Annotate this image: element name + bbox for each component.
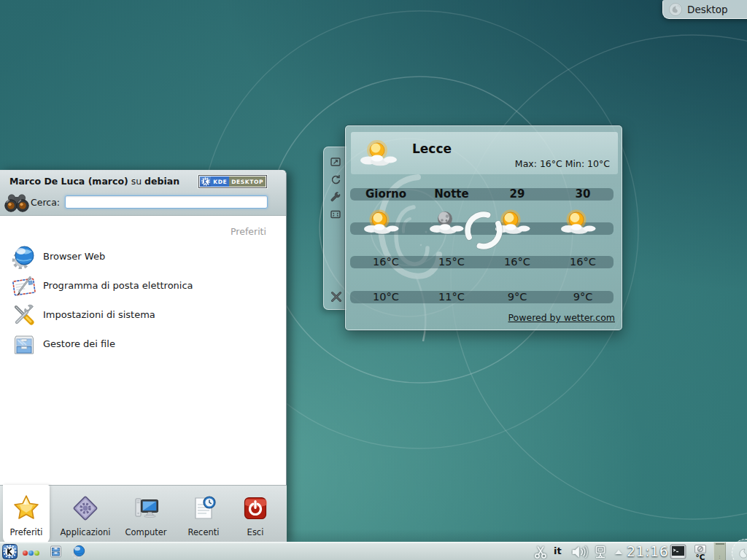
weather-night-temps-row: 10°C 11°C 9°C 9°C <box>350 291 614 303</box>
menu-item-label: Browser Web <box>43 242 105 271</box>
menu-item-label: Gestore dei file <box>43 330 115 359</box>
tab-label: Preferiti <box>3 527 50 537</box>
weather-credit-link[interactable]: Powered by wetter.com <box>508 312 616 323</box>
cashew-icon <box>735 545 747 560</box>
weather-columns-row: Giorno Notte 29 30 <box>350 188 614 201</box>
maximize-icon[interactable] <box>330 209 341 220</box>
menu-item-label: Programma di posta elettronica <box>43 271 193 300</box>
star-icon <box>12 494 40 521</box>
weather-tray-icon[interactable]: °C <box>692 545 708 560</box>
weather-header: Lecce Max: 16°C Min: 10°C <box>351 132 618 174</box>
apps-diamond-gear-icon <box>71 494 99 522</box>
tab-label: Recenti <box>174 527 233 537</box>
weather-widget: Lecce Max: 16°C Min: 10°C Giorno Notte 2… <box>345 125 622 330</box>
weather-col-label: Notte <box>419 188 484 201</box>
network-monitor-icon[interactable] <box>592 545 608 559</box>
user-name: Marco De Luca (marco) <box>9 176 128 187</box>
blue-dot-indicator[interactable] <box>28 551 34 556</box>
web-browser-globe-gear-icon <box>12 244 36 269</box>
night-temp: 9°C <box>550 291 616 303</box>
file-cabinet-icon <box>12 332 36 357</box>
document-clock-icon <box>190 494 217 522</box>
weather-col-label: 29 <box>484 188 550 201</box>
badge-desktop-label: DESKTOP <box>229 176 266 187</box>
panel-strip-widget[interactable]: : <box>713 542 726 560</box>
menu-item-file-manager[interactable]: Gestore dei file <box>0 330 286 359</box>
klipper-scissors-icon[interactable] <box>533 545 548 559</box>
terminal-konsole-icon[interactable] <box>670 544 686 559</box>
tab-computer[interactable]: Computer <box>117 486 175 543</box>
host-name: debian <box>144 176 179 187</box>
menu-item-mail[interactable]: Programma di posta elettronica <box>0 271 286 300</box>
power-button-icon <box>241 494 269 522</box>
search-input[interactable] <box>65 195 268 209</box>
tab-applicazioni[interactable]: Applicazioni <box>56 486 115 543</box>
file-cabinet-launcher-icon[interactable] <box>50 545 62 558</box>
panel-cashew-toolbox[interactable] <box>732 539 747 560</box>
tab-label: Applicazioni <box>56 527 115 537</box>
night-temp: 9°C <box>484 291 550 303</box>
kde-menu-launcher[interactable] <box>2 544 18 559</box>
weather-city: Lecce <box>412 141 452 156</box>
desktop-toolbox[interactable]: Desktop <box>662 0 747 19</box>
binoculars-search-icon <box>4 191 30 214</box>
tab-esci[interactable]: Esci <box>226 486 285 543</box>
kickoff-header: Marco De Luca (marco) su debian KDE DESK… <box>0 171 286 216</box>
mail-envelope-pen-icon <box>12 273 36 298</box>
tab-label: Esci <box>226 527 285 537</box>
day-temp: 16°C <box>353 256 419 268</box>
close-x-icon[interactable] <box>330 290 343 303</box>
weather-tray-unit-label: °C <box>692 553 708 560</box>
rotate-icon[interactable] <box>330 174 341 185</box>
badge-kde-label: KDE <box>211 176 229 187</box>
tray-expander-arrow[interactable] <box>615 550 622 554</box>
kickoff-favorites-view: Preferiti Browser Web <box>0 216 286 485</box>
panel-clock[interactable]: 21:16 <box>627 543 663 559</box>
search-label: Cerca: <box>31 197 60 208</box>
weather-day-temps-row: 16°C 15°C 16°C 16°C <box>350 256 614 268</box>
weather-tray-na-icon <box>694 545 706 553</box>
night-temp: 10°C <box>353 291 419 303</box>
kickoff-menu: Marco De Luca (marco) su debian KDE DESK… <box>0 170 287 542</box>
day-temp: 15°C <box>419 256 484 268</box>
configure-wrench-icon[interactable] <box>330 191 341 203</box>
menu-item-browser-web[interactable]: Browser Web <box>0 242 286 271</box>
favorites-section-label: Preferiti <box>231 226 266 237</box>
day-temp: 16°C <box>550 256 616 268</box>
keyboard-layout-indicator[interactable]: it <box>554 545 562 556</box>
night-temp: 11°C <box>419 291 484 303</box>
kickoff-user-title: Marco De Luca (marco) su debian <box>9 176 179 187</box>
strip-text-mark <box>716 543 724 545</box>
weather-col-label: 30 <box>550 188 616 201</box>
green-dot-indicator[interactable] <box>34 551 39 556</box>
volume-speaker-icon[interactable] <box>571 545 590 559</box>
resize-icon[interactable] <box>330 156 341 168</box>
weather-sun-clouds-icon <box>358 139 399 169</box>
crossed-tools-icon <box>12 303 36 327</box>
kde-desktop-badge: KDE DESKTOP <box>198 175 267 188</box>
tab-preferiti[interactable]: Preferiti <box>3 485 50 543</box>
tab-recenti[interactable]: Recenti <box>174 486 233 543</box>
weather-col-label: Giorno <box>353 188 419 201</box>
strip-colon-mark: : <box>714 554 725 560</box>
weather-minmax: Max: 16°C Min: 10°C <box>515 158 610 169</box>
sun-clouds-icon <box>560 209 597 237</box>
computer-monitor-icon <box>132 494 160 522</box>
sun-clouds-icon <box>363 209 400 237</box>
menu-item-system-settings[interactable]: Impostazioni di sistema <box>0 300 286 330</box>
weather-applet-handle[interactable] <box>323 147 347 310</box>
kickoff-tabbar: Preferiti Applicazioni Computer <box>0 485 287 542</box>
konqueror-globe-launcher-icon[interactable] <box>71 545 85 559</box>
desktop-toolbox-label: Desktop <box>687 4 728 15</box>
tab-label: Computer <box>117 527 175 537</box>
kde-gear-icon <box>200 176 211 187</box>
cashew-icon <box>668 2 683 17</box>
menu-item-label: Impostazioni di sistema <box>43 300 155 330</box>
day-temp: 16°C <box>484 256 550 268</box>
red-dot-indicator[interactable] <box>23 551 28 556</box>
taskbar-panel: it 21:16 °C <box>0 542 747 560</box>
busy-spinner-icon <box>461 208 506 253</box>
